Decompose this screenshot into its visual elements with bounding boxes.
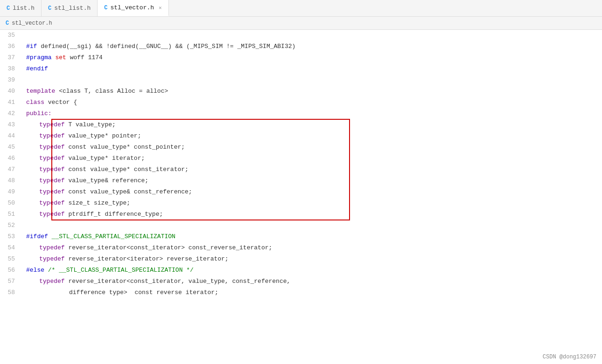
line-number: 54	[0, 242, 22, 254]
code-line: 49typedef const value_type& const_refere…	[0, 186, 602, 198]
line-number: 55	[0, 254, 22, 265]
line-content: #if defined(__sgi) && !defined(__GNUC__)…	[22, 41, 602, 52]
tab-stl-list-h[interactable]: C stl_list.h	[42, 0, 98, 16]
code-line: 54typedef reverse_iterator<const_iterato…	[0, 242, 602, 254]
file-path-bar: C stl_vector.h	[0, 17, 602, 30]
tab-bar: C list.h C stl_list.h C stl_vector.h ✕	[0, 0, 602, 17]
code-line: 40template <class T, class Alloc = alloc…	[0, 86, 602, 97]
line-content: difference type> const reverse iterator;	[22, 287, 602, 298]
code-line: 44typedef value_type* pointer;	[0, 130, 602, 142]
code-line: 37#pragma set woff 1174	[0, 52, 602, 63]
code-line: 50typedef size_t size_type;	[0, 198, 602, 209]
line-content: typedef size_t size_type;	[22, 198, 602, 209]
tab-label-stl-vector-h: stl_vector.h	[110, 4, 154, 11]
watermark: CSDN @dong132697	[543, 354, 596, 360]
line-number: 48	[0, 175, 22, 186]
line-number: 46	[0, 153, 22, 164]
code-line: 56#else /* __STL_CLASS_PARTIAL_SPECIALIZ…	[0, 265, 602, 276]
line-content: typedef reverse_iterator<iterator> rever…	[22, 254, 602, 265]
code-line: 42public:	[0, 108, 602, 119]
code-line: 43typedef T value_type;	[0, 119, 602, 130]
line-number: 37	[0, 52, 22, 63]
line-content: typedef reverse_iterator<const_iterator,…	[22, 276, 602, 287]
code-line: 35	[0, 30, 602, 41]
line-content: typedef const value_type& const_referenc…	[22, 186, 602, 198]
code-line: 47typedef const value_type* const_iterat…	[0, 164, 602, 175]
code-line: 46typedef value_type* iterator;	[0, 153, 602, 164]
file-path-label: stl_vector.h	[12, 20, 52, 27]
line-content: typedef value_type* iterator;	[22, 153, 602, 164]
line-content: #ifdef __STL_CLASS_PARTIAL_SPECIALIZATIO…	[22, 231, 602, 242]
line-content: class vector {	[22, 97, 602, 108]
code-line: 51typedef ptrdiff_t difference_type;	[0, 209, 602, 220]
line-number: 38	[0, 63, 22, 75]
line-number: 50	[0, 198, 22, 209]
line-number: 47	[0, 164, 22, 175]
code-line: 52	[0, 220, 602, 231]
line-number: 40	[0, 86, 22, 97]
code-line: 58difference type> const reverse iterato…	[0, 287, 602, 298]
code-line: 36#if defined(__sgi) && !defined(__GNUC_…	[0, 41, 602, 52]
code-line: 39	[0, 75, 602, 86]
line-content: typedef ptrdiff_t difference_type;	[22, 209, 602, 220]
line-number: 49	[0, 186, 22, 198]
code-line: 53#ifdef __STL_CLASS_PARTIAL_SPECIALIZAT…	[0, 231, 602, 242]
line-content: #endif	[22, 63, 602, 75]
line-number: 53	[0, 231, 22, 242]
code-area: 3536#if defined(__sgi) && !defined(__GNU…	[0, 30, 602, 364]
line-content: typedef value_type& reference;	[22, 175, 602, 186]
tab-stl-vector-h[interactable]: C stl_vector.h ✕	[98, 0, 168, 16]
line-number: 44	[0, 130, 22, 142]
tab-close-stl-vector-h[interactable]: ✕	[159, 5, 162, 11]
line-content: public:	[22, 108, 602, 119]
line-content: template <class T, class Alloc = alloc>	[22, 86, 602, 97]
line-number: 52	[0, 220, 22, 231]
line-content: typedef value_type* pointer;	[22, 130, 602, 142]
line-number: 41	[0, 97, 22, 108]
tab-icon-stl-vector-h: C	[104, 5, 107, 11]
line-number: 36	[0, 41, 22, 52]
code-line: 41class vector {	[0, 97, 602, 108]
line-content: typedef const value_type* const_iterator…	[22, 164, 602, 175]
line-content: typedef T value_type;	[22, 119, 602, 130]
tab-icon-list-h: C	[7, 5, 10, 12]
line-number: 51	[0, 209, 22, 220]
tab-icon-stl-list-h: C	[48, 5, 51, 12]
code-line: 55typedef reverse_iterator<iterator> rev…	[0, 254, 602, 265]
code-line: 45typedef const value_type* const_pointe…	[0, 142, 602, 153]
line-number: 57	[0, 276, 22, 287]
line-number: 39	[0, 75, 22, 86]
line-number: 42	[0, 108, 22, 119]
line-content: #else /* __STL_CLASS_PARTIAL_SPECIALIZAT…	[22, 265, 602, 276]
file-path-icon: C	[6, 20, 9, 27]
code-line: 38#endif	[0, 63, 602, 75]
line-content: typedef const value_type* const_pointer;	[22, 142, 602, 153]
tab-list-h[interactable]: C list.h	[0, 0, 42, 16]
line-number: 45	[0, 142, 22, 153]
line-number: 56	[0, 265, 22, 276]
line-number: 35	[0, 30, 22, 41]
code-line: 48typedef value_type& reference;	[0, 175, 602, 186]
line-content: typedef reverse_iterator<const_iterator>…	[22, 242, 602, 254]
line-number: 58	[0, 287, 22, 298]
tab-label-list-h: list.h	[13, 5, 35, 12]
line-content: #pragma set woff 1174	[22, 52, 602, 63]
code-line: 57typedef reverse_iterator<const_iterato…	[0, 276, 602, 287]
tab-label-stl-list-h: stl_list.h	[54, 5, 91, 12]
line-number: 43	[0, 119, 22, 130]
